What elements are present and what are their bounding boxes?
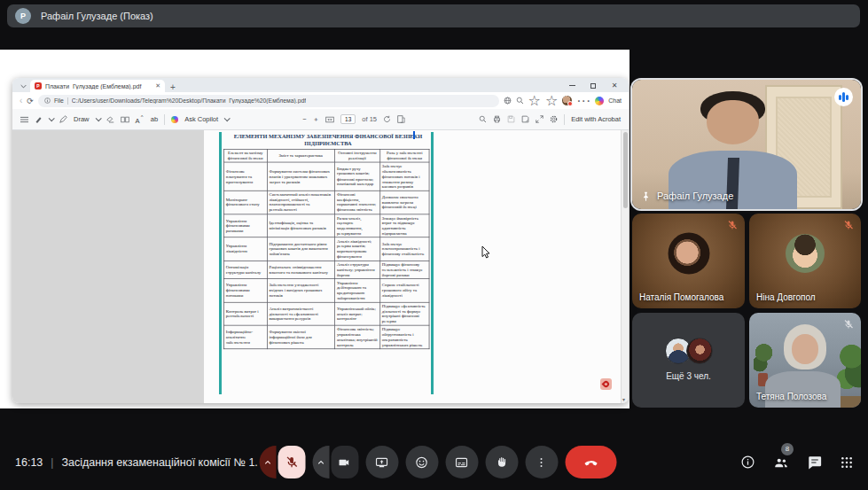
activities-button[interactable] — [840, 455, 854, 470]
table-cell: Фінансові коефіцієнти, нормативні значен… — [334, 191, 379, 214]
save-icon[interactable] — [507, 115, 515, 123]
page-info-icon[interactable] — [44, 97, 51, 104]
rotate-icon[interactable] — [383, 115, 391, 123]
mic-options-chevron[interactable] — [259, 446, 276, 478]
erase-icon[interactable] — [106, 116, 114, 123]
page-view-icon[interactable] — [121, 116, 129, 123]
page-layout-icon[interactable] — [397, 115, 405, 123]
pdf-toolbar: Draw A⌃ ab Ask Copilot − ＋ — [12, 109, 629, 130]
scrollbar-thumb[interactable] — [623, 132, 628, 208]
copilot-icon[interactable] — [595, 97, 604, 105]
video-tile-p2[interactable]: Ніна Довгопол — [749, 214, 861, 308]
poster-table-wrap: Елемент механізму фінансової безпекиЗміс… — [223, 149, 429, 349]
pin-icon — [641, 191, 651, 201]
table-cell: Дозволяє своєчасно виявляти загрози фіна… — [379, 191, 429, 214]
table-row: Управління фінансовими ризикамиІдентифік… — [223, 214, 429, 237]
info-icon — [740, 455, 755, 470]
edit-with-acrobat-button[interactable]: Edit with Acrobat — [571, 115, 621, 123]
highlight-icon[interactable] — [35, 115, 43, 123]
refresh-icon[interactable]: ⟳ — [27, 97, 34, 105]
back-icon[interactable]: ‹ — [20, 96, 22, 105]
table-row: Управління фінансовими потокамиЗабезпече… — [223, 279, 429, 302]
profile-avatar[interactable] — [562, 96, 572, 105]
avatar-p2 — [786, 234, 825, 273]
mic-muted-icon — [727, 220, 738, 230]
highlight-menu-chevron[interactable] — [49, 115, 55, 121]
captions-button[interactable] — [445, 446, 478, 478]
new-tab-button[interactable]: + — [170, 82, 176, 92]
draw-label[interactable]: Draw — [74, 115, 90, 123]
zoom-in-icon[interactable]: ＋ — [313, 115, 320, 124]
tab-search-icon[interactable] — [16, 80, 30, 92]
participants-button[interactable]: 8 — [772, 455, 790, 471]
browser-tab[interactable]: P Плакати_Гулузаде (Емблема).pdf ✕ — [30, 80, 165, 92]
table-cell: Формування системи фінансових планів і у… — [267, 162, 334, 191]
video-tile-pinned[interactable]: Рафаіл Гулузаде — [632, 80, 861, 209]
clock: 16:13 — [15, 456, 43, 469]
window-close-button[interactable]: ✕ — [604, 79, 625, 92]
chat-button[interactable] — [807, 455, 823, 471]
mic-toggle-button[interactable] — [278, 446, 305, 478]
present-button[interactable] — [365, 446, 398, 478]
pdf-file-icon: P — [35, 82, 42, 89]
table-row: Моніторинг фінансового стануСистематични… — [223, 191, 429, 214]
video-tile-more[interactable]: Ещё 3 чел. — [632, 313, 745, 408]
ask-copilot-label[interactable]: Ask Copilot — [184, 115, 218, 123]
settings-gear-icon[interactable] — [550, 115, 558, 123]
meet-window: P Рафаіл Гулузаде (Показ) P Плакати_Гулу… — [0, 0, 868, 490]
scrollbar-down-arrow[interactable]: ▾ — [622, 396, 625, 402]
video-tile-p1[interactable]: Наталія Помогалова — [632, 214, 745, 308]
collections-star-icon[interactable]: ☆ — [545, 92, 558, 109]
text-tool-icon[interactable]: ab — [151, 115, 158, 123]
mouse-cursor — [481, 245, 491, 259]
ask-copilot-chevron[interactable] — [224, 115, 231, 121]
url-path: C:/Users/user/Downloads/Telegram%20Deskt… — [72, 97, 306, 104]
camera-options-chevron[interactable] — [312, 446, 329, 478]
print-icon[interactable] — [493, 115, 501, 123]
participant-name-p2: Ніна Довгопол — [756, 292, 816, 302]
viewer-scrollbar[interactable]: ▾ — [621, 130, 629, 403]
raise-hand-button[interactable] — [485, 446, 518, 478]
browser-tab-strip: P Плакати_Гулузаде (Емблема).pdf ✕ + ✕ — [12, 78, 629, 92]
table-row: Контроль витрат і рентабельностіАналіз в… — [223, 302, 429, 325]
read-aloud-icon[interactable]: A⌃ — [136, 114, 145, 125]
draw-menu-chevron[interactable] — [95, 115, 101, 121]
table-row: Інформаційно-аналітичне забезпеченняФорм… — [223, 325, 429, 348]
browser-menu-icon[interactable]: ··· — [576, 93, 590, 109]
pdf-page: ЕЛЕМЕНТИ МЕХАНІЗМУ ЗАБЕЗПЕЧЕННЯ ФІНАНСОВ… — [204, 130, 621, 403]
url-field[interactable]: File C:/Users/user/Downloads/Telegram%20… — [38, 95, 499, 107]
fit-width-icon[interactable] — [325, 116, 334, 123]
table-cell: Аналіз витратомісткості діяльності та еф… — [267, 302, 334, 325]
table-header-row: Елемент механізму фінансової безпекиЗміс… — [223, 149, 429, 162]
search-icon[interactable] — [479, 115, 487, 123]
save-as-icon[interactable] — [521, 115, 529, 123]
favorite-star-icon[interactable]: ☆ — [528, 92, 541, 109]
zoom-icon[interactable] — [516, 97, 524, 105]
table-row: Оптимізація структури капіталуРаціональн… — [223, 261, 429, 279]
ask-copilot-icon[interactable] — [171, 116, 178, 123]
table-cell: Управління ліквідністю — [223, 237, 267, 261]
zoom-out-icon[interactable]: − — [302, 115, 306, 123]
camera-toggle-button[interactable] — [331, 446, 358, 478]
window-minimize-button[interactable] — [561, 79, 583, 92]
meeting-details-button[interactable] — [740, 455, 755, 470]
table-cell: Сприяє стабільності грошового обігу та л… — [379, 279, 429, 302]
acrobat-floating-button[interactable] — [600, 378, 612, 390]
window-maximize-button[interactable] — [583, 79, 604, 92]
reactions-button[interactable] — [405, 446, 438, 478]
page-number-input[interactable]: 13 — [340, 114, 356, 124]
fullscreen-icon[interactable] — [536, 115, 543, 123]
avatar-more-2 — [686, 338, 713, 364]
copilot-chat-label[interactable]: Chat — [608, 97, 622, 104]
table-header-cell: Роль у забезпеченні фінансової безпеки — [379, 149, 429, 162]
tab-close-icon[interactable]: ✕ — [155, 82, 160, 89]
table-cell: Забезпечення узгодженості вхідних і вихі… — [267, 279, 334, 302]
toc-icon[interactable] — [20, 116, 28, 123]
translate-icon[interactable] — [504, 97, 512, 105]
draw-icon[interactable] — [59, 115, 67, 123]
pdf-viewer[interactable]: ЕЛЕМЕНТИ МЕХАНІЗМУ ЗАБЕЗПЕЧЕННЯ ФІНАНСОВ… — [12, 130, 629, 403]
video-tile-p3[interactable]: Тетяна Полозова — [749, 313, 861, 408]
end-call-button[interactable] — [565, 446, 616, 478]
table-header-cell: Елемент механізму фінансової безпеки — [223, 149, 267, 162]
more-options-button[interactable] — [525, 446, 558, 478]
